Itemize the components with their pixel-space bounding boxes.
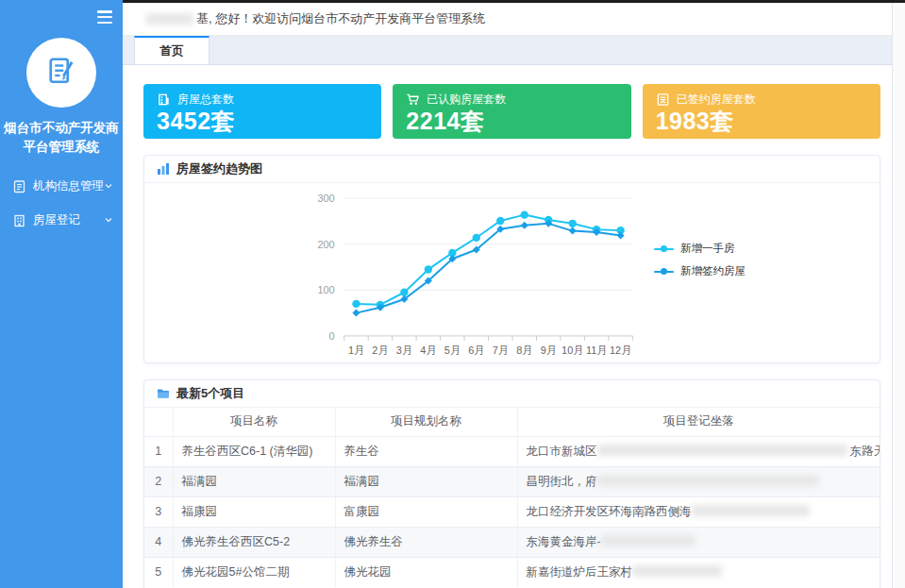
trend-chart-header: 房屋签约趋势图 (144, 156, 880, 183)
svg-text:6月: 6月 (468, 344, 484, 356)
stat-value: 1983套 (656, 109, 867, 135)
stat-value: 2214套 (406, 109, 617, 135)
svg-text:3月: 3月 (396, 344, 412, 356)
stat-card-subscribed-houses: 已认购房屋套数 2214套 (393, 84, 630, 139)
stat-card-signed-houses: 已签约房屋套数 1983套 (643, 84, 880, 139)
location-text: 东海黄金海岸- (527, 535, 601, 548)
svg-text:11月: 11月 (586, 344, 607, 356)
row-index: 2 (144, 466, 173, 496)
project-name-cell: 福康园 (173, 496, 335, 527)
legend-item-new-houses[interactable]: 新增一手房 (654, 242, 746, 256)
svg-text:9月: 9月 (541, 344, 557, 356)
hamburger-menu-icon[interactable] (94, 8, 115, 25)
plan-name-cell: 佛光养生谷 (335, 527, 517, 557)
table-row: 3 福康园 富康园 龙口经济开发区环海南路西侧海 (144, 496, 880, 527)
dashboard-content: 房屋总套数 3452套 已认购房屋套数 (123, 65, 892, 588)
project-name-cell: 佛光养生谷西区C5-2 (173, 527, 335, 557)
redacted-address (601, 535, 696, 546)
svg-text:200: 200 (317, 239, 334, 250)
tab-home-label: 首页 (160, 43, 184, 59)
redacted-username (146, 13, 193, 25)
stat-value: 3452套 (157, 109, 368, 135)
cart-icon (406, 92, 420, 107)
row-index: 5 (144, 557, 173, 587)
svg-text:5月: 5月 (444, 344, 461, 356)
plan-name-cell: 福满园 (335, 466, 517, 496)
latest-projects-header: 最新5个项目 (144, 380, 880, 408)
sidebar-item-org-info[interactable]: 机构信息管理 (0, 169, 123, 203)
clipboard-icon (12, 179, 26, 193)
app-window: 烟台市不动产开发商平台管理系统 机构信息管理 (0, 0, 905, 588)
top-greeting-bar: 基, 您好！欢迎访问烟台市不动产开发商平台管理系统 (123, 3, 892, 36)
svg-text:100: 100 (317, 284, 334, 295)
redacted-address (597, 475, 819, 486)
trend-chart-title: 房屋签约趋势图 (176, 160, 262, 177)
row-index: 3 (144, 496, 173, 527)
trend-chart-body: 01002003001月2月3月4月5月6月7月8月9月10月11月12月 新增… (144, 183, 880, 362)
stat-label: 已签约房屋套数 (677, 92, 756, 108)
tab-home[interactable]: 首页 (134, 36, 209, 64)
location-text: 龙口经济开发区环海南路西侧海 (527, 505, 692, 518)
svg-text:300: 300 (317, 193, 334, 204)
sidebar-item-house-register[interactable]: 房屋登记 (0, 203, 123, 237)
redacted-address (597, 445, 847, 456)
stat-card-total-houses: 房屋总套数 3452套 (143, 84, 381, 139)
svg-text:10月: 10月 (561, 344, 583, 356)
projects-table: 项目名称 项目规划名称 项目登记坐落 1 养生谷西区C6-1 (清华园) 养生谷 (144, 408, 880, 587)
svg-text:8月: 8月 (516, 344, 532, 356)
building-icon (157, 92, 171, 107)
tab-bar: 首页 (123, 36, 892, 65)
plan-name-cell: 养生谷 (335, 436, 517, 466)
svg-text:1月: 1月 (348, 344, 364, 356)
project-name-cell: 养生谷西区C6-1 (清华园) (173, 436, 335, 466)
svg-text:0: 0 (329, 330, 335, 342)
svg-text:4月: 4月 (420, 344, 436, 356)
sidebar-item-label: 机构信息管理 (33, 178, 104, 194)
row-index: 4 (144, 527, 173, 557)
bar-chart-icon (157, 162, 170, 176)
main-area: 基, 您好！欢迎访问烟台市不动产开发商平台管理系统 首页 (123, 0, 905, 588)
folder-icon (157, 387, 170, 400)
legend-marker-icon (654, 248, 674, 250)
row-index: 1 (144, 436, 173, 466)
location-cell: 龙口市新城区东路天... (517, 436, 880, 466)
chevron-down-icon (104, 181, 113, 191)
redacted-address (632, 565, 722, 577)
plan-name-cell: 富康园 (335, 496, 517, 527)
redacted-address (692, 505, 810, 516)
greeting-text: 基, 您好！欢迎访问烟台市不动产开发商平台管理系统 (196, 10, 485, 27)
location-text: 新嘉街道炉后王家村 (527, 565, 633, 579)
app-logo (26, 38, 96, 108)
building-icon (12, 213, 26, 227)
table-row: 4 佛光养生谷西区C5-2 佛光养生谷 东海黄金海岸- (144, 527, 880, 557)
table-row: 1 养生谷西区C6-1 (清华园) 养生谷 龙口市新城区东路天... (144, 436, 880, 466)
table-header-row: 项目名称 项目规划名称 项目登记坐落 (144, 408, 880, 436)
trend-chart-panel: 房屋签约趋势图 01002003001月2月3月4月5月6月7月8月9月10月1… (143, 155, 880, 363)
latest-projects-title: 最新5个项目 (176, 385, 244, 402)
vertical-scrollbar[interactable] (892, 3, 905, 588)
sidebar-item-label: 房屋登记 (33, 212, 104, 228)
location-text: 昌明街北，府 (527, 475, 597, 488)
chart-legend: 新增一手房 新增签约房屋 (654, 242, 746, 278)
sidebar-app-title: 烟台市不动产开发商平台管理系统 (0, 117, 123, 165)
location-cell: 东海黄金海岸- (517, 527, 880, 557)
contract-icon (656, 92, 670, 107)
stat-cards-row: 房屋总套数 3452套 已认购房屋套数 (143, 84, 880, 139)
legend-label: 新增签约房屋 (680, 264, 746, 278)
table-row: 5 佛光花园5#公馆二期 佛光花园 新嘉街道炉后王家村 (144, 557, 880, 587)
svg-text:12月: 12月 (610, 344, 631, 356)
sidebar-menu: 机构信息管理 房屋登记 (0, 169, 123, 237)
plan-name-cell: 佛光花园 (335, 557, 517, 587)
svg-text:2月: 2月 (372, 344, 388, 356)
sidebar: 烟台市不动产开发商平台管理系统 机构信息管理 (0, 0, 123, 588)
col-header-location: 项目登记坐落 (517, 408, 880, 436)
location-cell: 龙口经济开发区环海南路西侧海 (517, 496, 880, 527)
table-row: 2 福满园 福满园 昌明街北，府 (144, 466, 880, 496)
legend-item-signed-houses[interactable]: 新增签约房屋 (654, 264, 746, 278)
location-text: 龙口市新城区 (527, 445, 597, 458)
col-header-index (144, 408, 173, 436)
project-name-cell: 福满园 (173, 466, 335, 496)
stat-label: 已认购房屋套数 (427, 92, 506, 108)
document-pencil-icon (42, 53, 81, 92)
legend-marker-icon (654, 271, 674, 273)
